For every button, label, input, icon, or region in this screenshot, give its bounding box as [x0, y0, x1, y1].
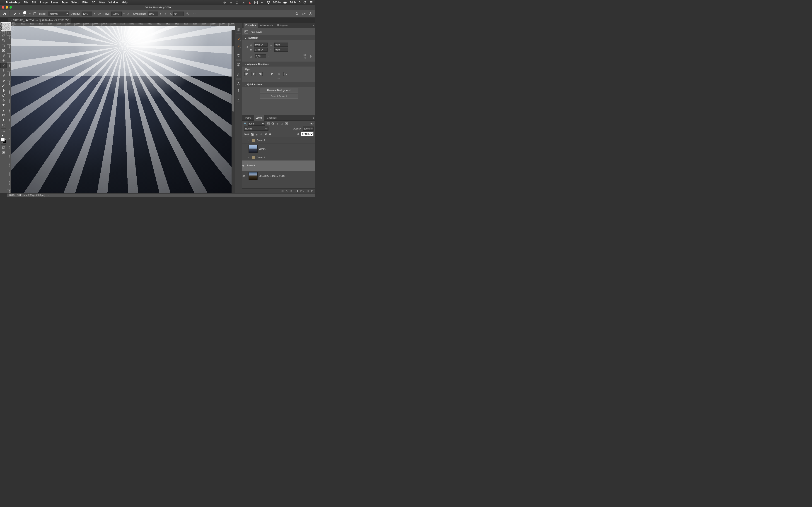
layer-name[interactable]: Group 6 — [257, 139, 315, 142]
weather-icon[interactable]: ☁ — [242, 1, 245, 4]
layer-name[interactable]: Layer 7 — [259, 148, 315, 150]
tab-adjustments[interactable]: Adjustments — [258, 23, 274, 28]
menu-layer[interactable]: Layer — [51, 1, 58, 4]
lasso-tool[interactable] — [0, 33, 7, 38]
transform-height-input[interactable] — [254, 48, 267, 52]
delete-layer-icon[interactable] — [311, 190, 314, 192]
menu-help[interactable]: Help — [122, 1, 128, 4]
angle-input[interactable]: 0° — [173, 11, 184, 16]
pressure-size-button[interactable] — [186, 11, 191, 16]
close-tab-icon[interactable]: × — [10, 19, 12, 22]
cc-icon[interactable]: ◎ — [223, 1, 226, 4]
filter-shape-icon[interactable] — [280, 122, 284, 125]
glyphs-icon[interactable]: A — [236, 97, 241, 103]
path-select-tool[interactable] — [0, 108, 7, 113]
blend-mode-select[interactable]: Normal — [48, 11, 69, 16]
lock-artboard-icon[interactable] — [264, 133, 267, 135]
pen-tool[interactable] — [0, 98, 7, 103]
select-subject-button[interactable]: Select Subject — [260, 94, 298, 99]
crop-tool[interactable] — [0, 43, 7, 48]
type-tool[interactable]: T — [0, 103, 7, 108]
menu-select[interactable]: Select — [71, 1, 79, 4]
smoothing-options-button[interactable]: ✲ — [163, 11, 168, 16]
airbrush-button[interactable] — [126, 11, 132, 16]
layer-thumbnail[interactable] — [249, 145, 258, 153]
ruler-horizontal[interactable]: 2550260026502700275028002850290029503000… — [7, 23, 235, 26]
flip-vertical-icon[interactable] — [309, 55, 313, 58]
brush-tool[interactable] — [0, 63, 7, 68]
menu-edit[interactable]: Edit — [32, 1, 37, 4]
pressure-opacity-button[interactable] — [97, 11, 102, 16]
layer-name[interactable]: Group 5 — [257, 156, 315, 159]
window-maximize-button[interactable] — [9, 6, 12, 9]
menu-image[interactable]: Image — [40, 1, 48, 4]
align-vcenter-icon[interactable] — [276, 72, 281, 76]
eyedropper-tool[interactable] — [0, 53, 7, 58]
bluetooth-icon[interactable]: ⊹ — [260, 1, 264, 4]
transform-y-input[interactable] — [274, 48, 288, 52]
clock[interactable]: Fri 14:10 — [290, 1, 300, 4]
transform-x-input[interactable] — [274, 43, 288, 47]
adjustment-layer-icon[interactable] — [295, 190, 298, 192]
disclosure-icon[interactable]: › — [247, 139, 250, 142]
wifi-icon[interactable] — [267, 1, 270, 4]
quick-mask-button[interactable] — [0, 145, 7, 150]
layer-blend-select[interactable]: Normal — [244, 126, 268, 130]
share-button[interactable] — [308, 11, 313, 16]
home-button[interactable] — [2, 11, 7, 16]
foreground-color[interactable] — [1, 138, 5, 142]
transform-width-input[interactable] — [254, 43, 267, 47]
layers-panel-menu-icon[interactable]: ≡ — [313, 117, 314, 119]
edit-toolbar-button[interactable]: ••• — [0, 129, 7, 134]
shape-tool[interactable] — [0, 113, 7, 118]
status-chevron-icon[interactable]: 〉 — [48, 194, 50, 197]
hand-tool[interactable] — [0, 118, 7, 123]
flow-input[interactable]: 100% — [111, 11, 122, 16]
ruler-vertical[interactable]: 5506006507007508008509009501000105011001… — [7, 26, 11, 193]
brush-preset-m-icon[interactable]: M — [236, 36, 241, 42]
link-layers-icon[interactable]: ⛓ — [281, 190, 284, 192]
layer-name[interactable]: 20161029_144615-2.CR2 — [259, 175, 315, 177]
link-wh-icon[interactable]: ⛓ — [245, 46, 249, 48]
notification-icon[interactable]: ◐ — [248, 1, 252, 4]
screen-mode-button[interactable] — [0, 150, 7, 155]
more-options-icon[interactable]: ••• — [245, 77, 313, 80]
menu-file[interactable]: File — [24, 1, 28, 4]
tab-paths[interactable]: Paths — [244, 115, 253, 121]
tablet-icon[interactable]: ▢ — [236, 1, 239, 4]
layer-fx-icon[interactable]: fx — [286, 190, 288, 192]
tab-layers[interactable]: Layers — [254, 115, 264, 121]
brush-settings-button[interactable] — [33, 11, 37, 16]
tab-histogram[interactable]: Histogram — [275, 23, 290, 28]
smoothing-input[interactable]: 10% — [148, 11, 158, 16]
battery-percent[interactable]: 100 % — [273, 1, 281, 4]
character-icon[interactable]: A — [236, 81, 241, 87]
menu-type[interactable]: Type — [62, 1, 67, 4]
align-left-icon[interactable] — [245, 72, 249, 76]
disclosure-icon[interactable]: › — [247, 156, 250, 159]
canvas-scrollbar-vertical[interactable] — [232, 30, 235, 193]
window-minimize-button[interactable] — [6, 6, 8, 9]
move-tool[interactable] — [0, 23, 7, 28]
brush-preview[interactable]: 67 — [22, 11, 28, 16]
frame-tool[interactable] — [0, 48, 7, 53]
filter-adjust-icon[interactable] — [271, 122, 274, 125]
tab-properties[interactable]: Properties — [244, 23, 258, 28]
new-group-icon[interactable] — [300, 190, 304, 192]
layer-row[interactable]: Layer 7 — [242, 144, 315, 154]
layer-group-row[interactable]: ›Group 6 — [242, 137, 315, 144]
lock-position-icon[interactable] — [260, 133, 263, 135]
zoom-tool[interactable] — [0, 123, 7, 128]
filter-kind-select[interactable]: Kind — [248, 121, 265, 126]
opacity-input[interactable]: 12% — [82, 11, 92, 16]
workspace-switcher[interactable]: ▢▾ — [301, 11, 306, 16]
cloud-sync-icon[interactable]: ☁ — [229, 1, 233, 4]
filter-toggle-icon[interactable] — [310, 122, 314, 125]
clone-stamp-tool[interactable] — [0, 68, 7, 73]
search-button[interactable] — [295, 11, 300, 16]
paragraph-icon[interactable]: ¶ — [236, 88, 241, 93]
layer-thumbnail[interactable] — [249, 172, 258, 180]
menu-window[interactable]: Window — [108, 1, 118, 4]
quick-actions-label[interactable]: Quick Actions — [247, 83, 262, 86]
tab-channels[interactable]: Channels — [265, 115, 278, 121]
